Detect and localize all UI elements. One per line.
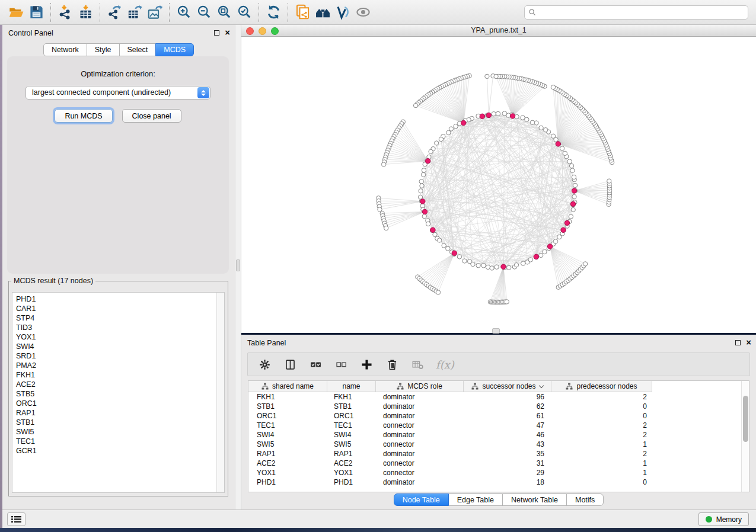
share-session-icon[interactable] (292, 2, 312, 23)
mcds-result-item[interactable]: TEC1 (16, 437, 224, 446)
deselect-all-icon[interactable] (334, 357, 348, 371)
cell[interactable]: dominator (376, 430, 464, 440)
cell[interactable]: PHD1 (327, 477, 376, 487)
cell[interactable]: ACE2 (327, 459, 376, 468)
settings-icon[interactable] (257, 357, 272, 371)
add-column-icon[interactable] (359, 357, 374, 371)
cell[interactable]: STB1 (327, 402, 376, 411)
memory-button[interactable]: Memory (698, 512, 749, 526)
cell[interactable]: RAP1 (327, 449, 376, 459)
cell[interactable]: 0 (551, 402, 652, 411)
run-mcds-button[interactable]: Run MCDS (55, 109, 112, 123)
mcds-result-item[interactable]: SWI5 (16, 427, 224, 437)
mcds-result-item[interactable]: FKH1 (16, 370, 224, 380)
export-image-icon[interactable] (145, 2, 165, 23)
delete-column-icon[interactable] (385, 357, 399, 371)
mcds-result-item[interactable]: PHD1 (16, 294, 224, 304)
cell[interactable]: SWI4 (248, 430, 327, 440)
splitter-handle[interactable] (236, 259, 240, 271)
tab-motifs[interactable]: Motifs (566, 493, 604, 506)
table-row[interactable]: SWI5SWI5connector431 (248, 440, 749, 449)
show-columns-icon[interactable] (283, 357, 297, 371)
table-row[interactable]: PHD1PHD1dominator180 (248, 477, 749, 487)
mcds-result-item[interactable]: ORC1 (16, 399, 224, 408)
cell[interactable]: 1 (551, 440, 652, 449)
mcds-result-item[interactable]: STB1 (16, 418, 224, 427)
cell[interactable]: 62 (464, 402, 551, 411)
table-row[interactable]: ACE2ACE2connector311 (248, 459, 749, 468)
chevron-down-icon[interactable] (538, 383, 543, 387)
table-row[interactable]: YOX1YOX1connector291 (248, 468, 749, 477)
cell[interactable]: 29 (464, 468, 551, 477)
cell[interactable]: 46 (464, 430, 551, 440)
tab-select[interactable]: Select (119, 43, 157, 56)
column-header-successor-nodes[interactable]: successor nodes (464, 381, 551, 392)
table-scrollbar-thumb[interactable] (743, 396, 748, 442)
horizontal-splitter-handle[interactable] (492, 328, 500, 334)
mcds-result-scrollbar[interactable] (216, 293, 224, 492)
leaf-nodes[interactable] (377, 73, 614, 304)
table-row[interactable]: ORC1ORC1dominator610 (248, 411, 749, 421)
search-input[interactable] (537, 7, 748, 18)
table-row[interactable]: SWI4SWI4dominator462 (248, 430, 749, 440)
cell[interactable]: SWI4 (327, 430, 376, 440)
close-panel-button[interactable]: Close panel (122, 109, 181, 123)
cell[interactable]: 61 (464, 411, 551, 421)
cell[interactable]: 35 (464, 449, 551, 459)
tab-network[interactable]: Network (43, 43, 87, 56)
network-window-titlebar[interactable]: YPA_prune.txt_1 (241, 25, 756, 37)
search-network-icon[interactable] (312, 2, 333, 23)
mcds-result-item[interactable]: CAR1 (16, 304, 224, 313)
open-session-icon[interactable] (6, 2, 26, 23)
cell[interactable]: SWI5 (248, 440, 327, 449)
refresh-layout-icon[interactable] (263, 2, 283, 23)
cell[interactable]: connector (376, 440, 464, 449)
cell[interactable]: 0 (551, 411, 652, 421)
zoom-fit-icon[interactable] (214, 2, 234, 23)
cell[interactable]: FKH1 (327, 392, 376, 402)
zoom-selected-icon[interactable] (234, 2, 254, 23)
export-table-icon[interactable] (125, 2, 145, 23)
cell[interactable]: connector (376, 421, 464, 430)
cell[interactable]: connector (376, 459, 464, 468)
cell[interactable]: 96 (464, 392, 551, 402)
cell[interactable]: RAP1 (248, 449, 327, 459)
export-network-icon[interactable] (104, 2, 125, 23)
cell[interactable]: YOX1 (248, 468, 327, 477)
import-table-icon[interactable] (75, 2, 95, 23)
maximize-window-icon[interactable] (271, 27, 279, 35)
cell[interactable]: 2 (551, 430, 652, 440)
mcds-result-list[interactable]: PHD1CAR1STP4TID3YOX1SWI4SRD1PMA2FKH1ACE2… (12, 292, 225, 493)
network-canvas[interactable] (241, 37, 756, 332)
mcds-result-item[interactable]: RAP1 (16, 408, 224, 418)
cell[interactable]: PHD1 (248, 477, 327, 487)
float-table-panel-icon[interactable] (735, 340, 741, 345)
tab-style[interactable]: Style (87, 43, 120, 56)
vizmapper-icon[interactable] (333, 2, 353, 23)
cell[interactable]: connector (376, 468, 464, 477)
table-row[interactable]: FKH1FKH1dominator962 (248, 392, 749, 402)
tab-network-table[interactable]: Network Table (502, 493, 567, 506)
import-network-icon[interactable] (55, 2, 75, 23)
tab-mcds[interactable]: MCDS (155, 43, 194, 56)
float-panel-icon[interactable] (214, 30, 219, 36)
cell[interactable]: dominator (376, 477, 464, 487)
zoom-in-icon[interactable] (174, 2, 194, 23)
cell[interactable]: ORC1 (327, 411, 376, 421)
cell[interactable]: 31 (464, 459, 551, 468)
mcds-result-item[interactable]: STB5 (16, 389, 224, 399)
mcds-result-item[interactable]: ACE2 (16, 380, 224, 389)
close-panel-icon[interactable]: × (225, 30, 230, 36)
search-box[interactable] (524, 5, 748, 20)
cell[interactable]: SWI5 (327, 440, 376, 449)
cell[interactable]: ACE2 (248, 459, 327, 468)
cell[interactable]: 1 (551, 468, 652, 477)
mcds-result-item[interactable]: STP4 (16, 313, 224, 323)
table-row[interactable]: RAP1RAP1dominator352 (248, 449, 749, 459)
cell[interactable]: 2 (551, 449, 652, 459)
cell[interactable]: dominator (376, 449, 464, 459)
cell[interactable]: 2 (551, 392, 652, 402)
mcds-result-item[interactable]: TID3 (16, 323, 224, 332)
column-header-predecessor-nodes[interactable]: predecessor nodes (551, 381, 652, 392)
save-session-icon[interactable] (26, 2, 46, 23)
